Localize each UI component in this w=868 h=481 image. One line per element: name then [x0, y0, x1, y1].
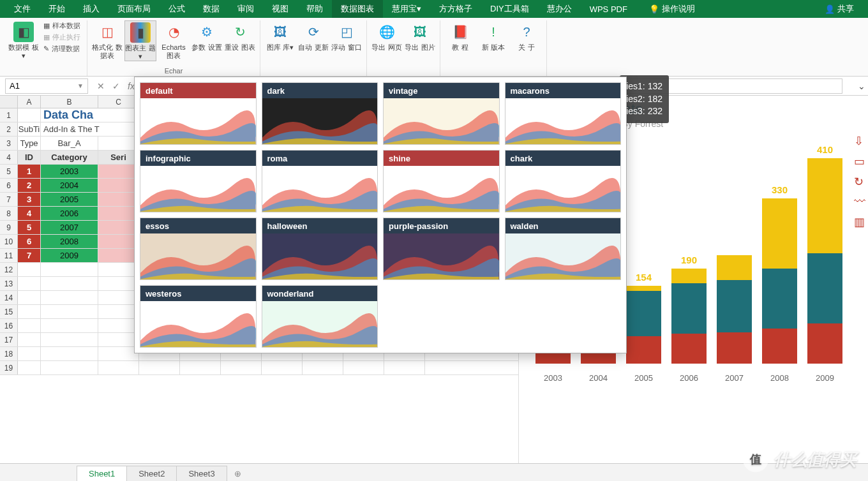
btn-about[interactable]: ?关 于 — [511, 20, 542, 52]
row-head[interactable]: 11 — [0, 249, 18, 262]
sheet-tab-3[interactable]: Sheet3 — [176, 466, 227, 481]
id-cell[interactable]: 5 — [18, 221, 41, 234]
title-cell[interactable]: Data Cha — [41, 108, 143, 122]
bar-icon[interactable]: ▥ — [854, 215, 865, 229]
menu-wpspdf[interactable]: WPS PDF — [581, 0, 636, 18]
menu-share[interactable]: 👤 共享 — [816, 0, 863, 18]
cat-cell[interactable]: 2003 — [41, 165, 98, 178]
theme-essos[interactable]: essos — [140, 218, 257, 280]
row-head[interactable]: 14 — [0, 291, 18, 304]
row-head[interactable]: 8 — [0, 207, 18, 220]
menu-tips[interactable]: 💡操作说明 — [649, 3, 695, 15]
id-cell[interactable]: 3 — [18, 193, 41, 206]
bar-2005[interactable]: 154 — [626, 286, 661, 364]
row-head[interactable]: 7 — [0, 193, 18, 206]
btn-gallery[interactable]: 🖼图库 库▾ — [264, 20, 296, 52]
theme-vintage[interactable]: vintage — [383, 82, 500, 145]
btn-export-image[interactable]: 🖼导出 图片 — [404, 20, 436, 52]
chevron-down-icon[interactable]: ▼ — [77, 82, 84, 89]
menu-view[interactable]: 视图 — [263, 0, 297, 18]
bar-2008[interactable]: 330 — [762, 198, 797, 364]
row-head[interactable]: 4 — [0, 151, 18, 164]
btn-new-version[interactable]: !新 版本 — [477, 20, 509, 52]
cat-cell[interactable]: 2004 — [41, 179, 98, 192]
theme-macarons[interactable]: macarons — [505, 82, 622, 145]
col-head-b[interactable]: B — [41, 96, 98, 108]
line-icon[interactable]: 〰 — [854, 195, 865, 209]
bar-2006[interactable]: 190 — [671, 269, 707, 364]
id-cell[interactable]: 4 — [18, 207, 41, 220]
theme-shine[interactable]: shine — [383, 150, 500, 212]
cat-cell[interactable]: 2007 — [41, 221, 98, 234]
select-all-cell[interactable] — [0, 96, 18, 108]
cancel-icon[interactable]: ✕ — [97, 81, 105, 91]
btn-export-web[interactable]: 🌐导出 网页 — [371, 20, 403, 52]
theme-default[interactable]: default — [140, 82, 257, 145]
btn-data-template[interactable]: ◧数据模 板▾ — [8, 20, 40, 60]
theme-westeros[interactable]: westeros — [140, 285, 257, 348]
id-cell[interactable]: 1 — [18, 165, 41, 178]
col-head-c[interactable]: C — [98, 96, 139, 108]
id-cell[interactable]: 2 — [18, 179, 41, 192]
theme-infographic[interactable]: infographic — [140, 150, 257, 212]
row-head[interactable]: 16 — [0, 319, 18, 332]
bar-2007[interactable] — [717, 255, 752, 364]
menu-home[interactable]: 开始 — [40, 0, 74, 18]
refresh-icon[interactable]: ↻ — [854, 175, 865, 189]
menu-huiyongbao[interactable]: 慧用宝▾ — [383, 0, 430, 18]
theme-halloween[interactable]: halloween — [262, 218, 378, 280]
theme-roma[interactable]: roma — [262, 150, 378, 212]
check-icon[interactable]: ✓ — [112, 81, 120, 91]
btn-sample-data[interactable]: ▦样本数据 — [41, 20, 83, 31]
row-head[interactable]: 3 — [0, 137, 18, 150]
theme-walden[interactable]: walden — [505, 218, 622, 280]
theme-purple-passion[interactable]: purple-passion — [383, 218, 500, 280]
row-head[interactable]: 6 — [0, 179, 18, 192]
menu-diy[interactable]: DIY工具箱 — [481, 0, 538, 18]
btn-reset-chart[interactable]: ↻重设 图表 — [224, 20, 256, 52]
theme-chark[interactable]: chark — [505, 150, 622, 212]
cat-cell[interactable]: 2006 — [41, 207, 98, 220]
sheet-tab-2[interactable]: Sheet2 — [126, 466, 177, 481]
menu-review[interactable]: 审阅 — [228, 0, 263, 18]
btn-chart-theme[interactable]: ▮图表主 题▾ — [124, 20, 156, 61]
row-head[interactable]: 13 — [0, 277, 18, 290]
zoom-icon[interactable]: ▭ — [854, 154, 865, 168]
row-head[interactable]: 15 — [0, 305, 18, 318]
row-head[interactable]: 12 — [0, 263, 18, 276]
id-cell[interactable]: 7 — [18, 249, 41, 262]
menu-formula[interactable]: 公式 — [160, 0, 194, 18]
menu-layout[interactable]: 页面布局 — [108, 0, 160, 18]
menu-file[interactable]: 文件 — [5, 0, 40, 18]
sheet-tab-1[interactable]: Sheet1 — [77, 466, 127, 481]
row-head[interactable]: 5 — [0, 165, 18, 178]
row-head[interactable]: 18 — [0, 347, 18, 360]
row-head[interactable]: 19 — [0, 361, 18, 374]
btn-clear-data[interactable]: ✎清理数据 — [41, 43, 83, 54]
theme-wonderland[interactable]: wonderland — [262, 285, 378, 348]
menu-insert[interactable]: 插入 — [74, 0, 108, 18]
btn-echarts[interactable]: ◔Echarts 图表 — [158, 20, 190, 60]
cat-cell[interactable]: 2008 — [41, 235, 98, 248]
cat-cell[interactable]: 2009 — [41, 249, 98, 262]
row-head[interactable]: 9 — [0, 221, 18, 234]
menu-huibangong[interactable]: 慧办公 — [538, 0, 581, 18]
btn-float-window[interactable]: ◰浮动 窗口 — [331, 20, 363, 52]
menu-help[interactable]: 帮助 — [297, 0, 332, 18]
download-icon[interactable]: ⇩ — [854, 134, 865, 148]
row-head[interactable]: 17 — [0, 333, 18, 346]
cat-cell[interactable]: 2005 — [41, 193, 98, 206]
row-head[interactable]: 1 — [0, 108, 18, 122]
row-head[interactable]: 2 — [0, 122, 18, 136]
name-box[interactable]: A1▼ — [5, 78, 88, 94]
menu-fanggezi[interactable]: 方方格子 — [430, 0, 481, 18]
row-head[interactable]: 10 — [0, 235, 18, 248]
btn-params[interactable]: ⚙参数 设置 — [191, 20, 223, 52]
menu-data[interactable]: 数据 — [194, 0, 228, 18]
add-sheet-button[interactable]: ⊕ — [227, 466, 249, 481]
id-cell[interactable]: 6 — [18, 235, 41, 248]
col-head-a[interactable]: A — [18, 96, 41, 108]
btn-tutorial[interactable]: 📕教 程 — [444, 20, 476, 52]
btn-auto-refresh[interactable]: ⟳自动 更新 — [297, 20, 329, 52]
theme-dark[interactable]: dark — [262, 82, 378, 145]
